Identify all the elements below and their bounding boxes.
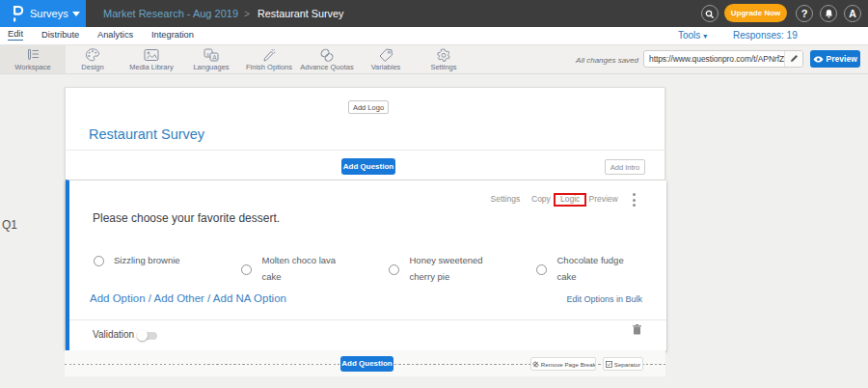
svg-text:A: A (212, 54, 217, 61)
svg-text:x: x (206, 51, 209, 57)
